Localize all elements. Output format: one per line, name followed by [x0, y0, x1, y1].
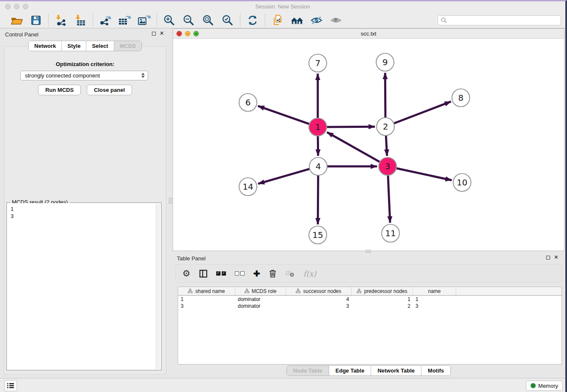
table-tabs: Node Table Edge Table Network Table Moti… [173, 365, 564, 376]
network-graph[interactable]: 7968124314101511 [173, 39, 564, 251]
criterion-dropdown-value: strongly connected component [25, 72, 100, 79]
task-history-button[interactable] [4, 380, 17, 391]
graph-node-label-1: 1 [315, 122, 321, 132]
node-table: shared name MCDS role [178, 287, 562, 364]
float-panel-icon[interactable] [152, 32, 156, 36]
trash-icon [269, 269, 276, 278]
graph-node-label-15: 15 [312, 230, 323, 240]
show-columns-button[interactable] [199, 270, 207, 278]
graph-edge-2-8[interactable] [393, 102, 451, 124]
export-image-button[interactable] [138, 14, 151, 27]
tab-network-table[interactable]: Network Table [371, 366, 421, 375]
column-header-shared-name[interactable]: shared name [178, 287, 235, 295]
column-header-successor-nodes[interactable]: successor nodes [286, 287, 352, 295]
table-settings-button[interactable]: ⚙ [182, 269, 190, 278]
search-input[interactable] [447, 16, 561, 25]
graph-edge-1-2[interactable] [326, 127, 375, 127]
open-session-button[interactable] [10, 14, 23, 27]
graph-node-label-7: 7 [315, 58, 321, 68]
network-window-titlebar: ✕ − + scc.txt [173, 29, 564, 39]
criterion-dropdown[interactable]: strongly connected component [20, 71, 148, 80]
app-title: Session: New Session [0, 3, 565, 10]
close-panel-button[interactable]: Close panel [87, 85, 132, 95]
zoom-out-button[interactable] [182, 14, 195, 27]
import-network-button[interactable] [54, 14, 68, 27]
network-canvas[interactable]: 7968124314101511 [173, 39, 564, 251]
graph-edge-4-14[interactable] [258, 168, 311, 184]
delete-column-button[interactable] [269, 269, 276, 278]
eye-slash-icon [310, 15, 323, 25]
delete-table-button[interactable] [285, 270, 295, 277]
close-table-panel-icon[interactable]: ✕ [554, 255, 559, 259]
show-all-button[interactable] [329, 14, 343, 27]
zoom-selected-button[interactable] [221, 14, 234, 27]
refresh-view-button[interactable] [246, 14, 259, 27]
zoom-in-button[interactable] [162, 14, 176, 27]
function-builder-button[interactable]: f(x) [303, 269, 317, 278]
cell-name: 1 [413, 296, 456, 303]
graph-edge-2-9[interactable] [385, 73, 385, 119]
graph-edge-4-15[interactable] [318, 174, 318, 224]
memory-button[interactable]: Memory [526, 381, 563, 391]
column-header-name[interactable]: name [413, 287, 456, 295]
checked-box-icon [216, 271, 220, 276]
tab-node-table[interactable]: Node Table [287, 366, 329, 375]
graph-node-label-10: 10 [457, 177, 467, 188]
add-column-button[interactable]: ✚ [253, 269, 260, 279]
table-panel-title: Table Panel [177, 255, 206, 262]
graph-edge-3-10[interactable] [396, 168, 452, 180]
table-row[interactable]: 3 dominator 3 2 3 [178, 303, 561, 309]
zoom-fit-button[interactable] [201, 14, 215, 27]
float-table-panel-icon[interactable] [546, 256, 550, 259]
cell-shared-name: 3 [178, 303, 235, 309]
tab-select[interactable]: Select [86, 41, 114, 51]
panel-divider-grip[interactable] [366, 250, 371, 253]
table-row[interactable]: 1 dominator 4 1 1 [178, 296, 561, 303]
tab-motifs[interactable]: Motifs [421, 366, 450, 375]
unchecked-box-icon [240, 271, 245, 276]
graph-node-label-9: 9 [383, 57, 388, 67]
eye-icon [330, 15, 342, 25]
graph-edge-1-4[interactable] [318, 135, 318, 156]
plus-icon: ✚ [253, 269, 260, 279]
graph-edge-1-6[interactable] [258, 106, 310, 124]
duplicate-network-button[interactable] [271, 14, 284, 27]
hide-selected-button[interactable] [310, 14, 323, 27]
column-header-predecessor-nodes[interactable]: predecessor nodes [352, 287, 413, 295]
mcds-result-list[interactable]: 1 3 [7, 203, 161, 370]
column-header-mcds-role[interactable]: MCDS role [235, 287, 286, 295]
graph-node-label-14: 14 [242, 182, 253, 192]
graph-node-label-4: 4 [316, 161, 321, 171]
control-panel-header: Control Panel ✕ [1, 29, 169, 39]
result-scrollbar[interactable] [156, 204, 160, 369]
panel-divider-grip[interactable] [169, 198, 172, 204]
first-neighbors-button[interactable] [290, 14, 304, 27]
columns-icon [199, 270, 207, 278]
select-all-button[interactable] [216, 271, 226, 276]
import-table-button[interactable] [74, 14, 87, 27]
column-label: successor nodes [303, 288, 341, 294]
close-panel-icon[interactable]: ✕ [160, 31, 164, 36]
tab-style[interactable]: Style [62, 41, 86, 51]
export-network-button[interactable] [99, 14, 112, 27]
export-network-icon [99, 14, 112, 26]
tab-edge-table[interactable]: Edge Table [329, 366, 371, 375]
column-label: MCDS role [252, 288, 277, 294]
graph-node-label-6: 6 [245, 97, 251, 108]
import-table-icon [74, 14, 86, 26]
fx-icon: f(x) [303, 269, 317, 278]
column-label: shared name [195, 288, 225, 294]
control-panel-tabs: Network Style Select MCDS [1, 41, 169, 51]
export-table-button[interactable] [118, 14, 132, 27]
tab-mcds[interactable]: MCDS [114, 41, 141, 51]
run-mcds-button[interactable]: Run MCDS [38, 85, 81, 95]
save-floppy-icon [31, 15, 41, 25]
control-panel: Control Panel ✕ Network Style Select MCD… [1, 29, 169, 376]
graph-edge-2-3[interactable] [386, 135, 387, 156]
graph-edge-3-11[interactable] [388, 174, 390, 223]
graph-edge-3-1[interactable] [327, 132, 381, 162]
tab-network[interactable]: Network [29, 41, 62, 51]
save-session-button[interactable] [29, 14, 43, 27]
cell-name: 3 [413, 303, 456, 309]
deselect-all-button[interactable] [235, 271, 245, 276]
